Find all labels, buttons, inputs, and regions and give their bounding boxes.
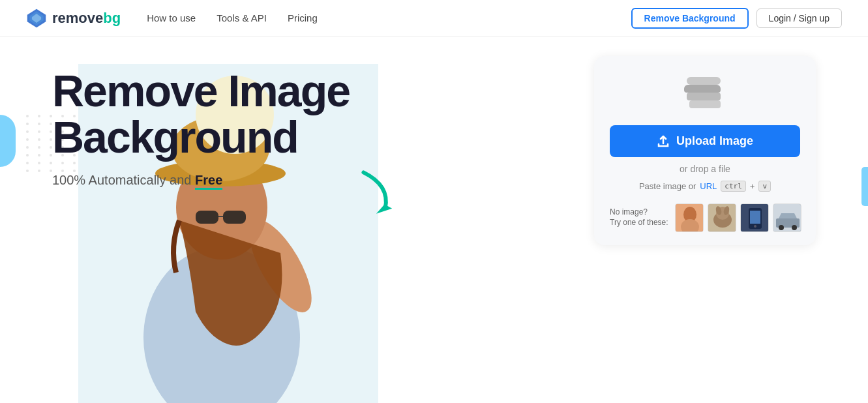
hero-text: Remove Image Background 100% Automatical…	[0, 37, 417, 188]
deco-semicircle	[0, 115, 16, 167]
hero-title: Remove Image Background	[52, 68, 417, 161]
sample-images-row: No image? Try one of these:	[610, 203, 800, 232]
right-edge-bar	[861, 167, 868, 206]
kbd-ctrl: ctrl	[721, 181, 746, 192]
upload-or-text: or drop a file	[610, 164, 800, 174]
sample-thumbs	[675, 203, 801, 232]
stack-layer-2	[687, 93, 721, 100]
sample-label: No image? Try one of these:	[610, 207, 668, 228]
upload-panel: Upload Image or drop a file Paste image …	[594, 56, 816, 245]
paste-label: Paste image or	[639, 181, 696, 191]
sample-thumb-woman[interactable]	[675, 203, 704, 232]
upload-icon	[657, 135, 670, 148]
stack-icon	[684, 77, 726, 112]
svg-point-27	[779, 225, 784, 230]
paste-url-link[interactable]: URL	[700, 181, 717, 191]
paste-row: Paste image or URL ctrl + v	[610, 181, 800, 192]
svg-rect-10	[223, 211, 246, 224]
remove-background-button[interactable]: Remove Background	[631, 8, 749, 29]
kbd-plus: +	[750, 181, 755, 191]
navbar: removebg How to use Tools & API Pricing …	[0, 0, 868, 37]
hero-section: // Will be rendered via JS below Remove …	[0, 37, 868, 403]
svg-point-24	[754, 225, 756, 228]
svg-point-28	[792, 225, 797, 230]
logo[interactable]: removebg	[26, 8, 121, 29]
svg-rect-9	[196, 211, 218, 224]
upload-image-button[interactable]: Upload Image	[610, 125, 800, 157]
stack-layer-4	[687, 77, 721, 85]
stack-layer-3	[684, 85, 721, 93]
nav-link-tools-api[interactable]: Tools & API	[217, 12, 267, 23]
nav-link-pricing[interactable]: Pricing	[288, 12, 318, 23]
kbd-v: v	[758, 181, 771, 192]
upload-icon-area	[610, 77, 800, 112]
navbar-left: removebg How to use Tools & API Pricing	[26, 8, 318, 29]
logo-icon	[26, 8, 47, 29]
sample-thumb-dog[interactable]	[708, 203, 736, 232]
sample-thumb-car[interactable]	[773, 203, 801, 232]
svg-marker-12	[376, 203, 393, 218]
stack-layer-1	[689, 100, 721, 108]
nav-links: How to use Tools & API Pricing	[147, 12, 318, 23]
logo-text: removebg	[52, 10, 121, 27]
navbar-right: Remove Background Login / Sign up	[631, 8, 842, 29]
login-signup-button[interactable]: Login / Sign up	[756, 8, 842, 28]
sample-thumb-phone[interactable]	[740, 203, 769, 232]
svg-rect-23	[750, 211, 760, 224]
nav-link-how-to-use[interactable]: How to use	[147, 12, 196, 23]
